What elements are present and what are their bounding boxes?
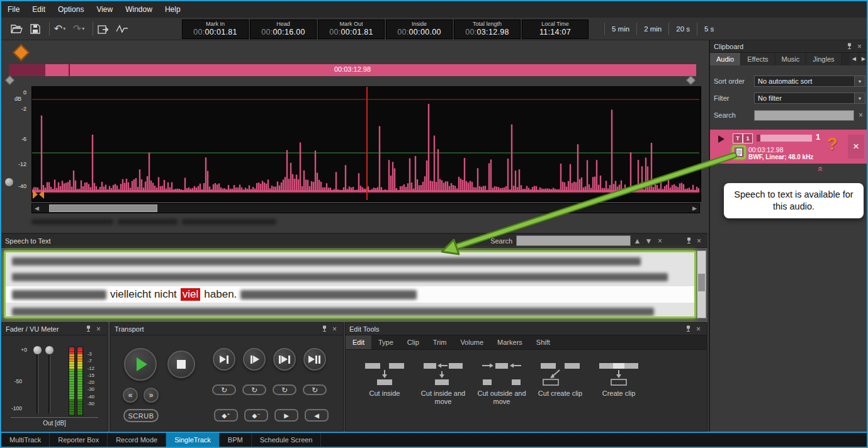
quick-time-2min[interactable]: 2 min [636, 23, 668, 35]
prelisten-question-icon[interactable]: ? [827, 133, 838, 155]
forward-button[interactable]: » [144, 388, 159, 403]
play-from-head-button[interactable] [243, 348, 266, 371]
tab-music[interactable]: Music [775, 53, 807, 65]
range-start-diamond[interactable] [5, 76, 15, 86]
scroll-right-arrow[interactable]: ▶ [690, 204, 699, 213]
pin-icon[interactable] [85, 325, 92, 332]
pin-icon[interactable] [321, 325, 328, 332]
speech-scrollbar[interactable] [697, 250, 706, 318]
tab-record-mode[interactable]: Record Mode [108, 433, 166, 448]
signal-edit-icon[interactable] [115, 21, 130, 36]
search-next-icon[interactable]: ▼ [644, 237, 653, 245]
menu-options[interactable]: Options [52, 1, 90, 18]
redo-icon[interactable]: ↷▾ [71, 21, 86, 36]
stop-button[interactable] [167, 350, 195, 378]
range-end-diamond[interactable] [686, 76, 696, 86]
scroll-left-arrow[interactable]: ◀ [32, 204, 42, 213]
fader-track-right[interactable] [48, 349, 50, 413]
tab-type[interactable]: Type [371, 335, 400, 349]
tabs-scroll-left-icon[interactable]: ◀ [850, 53, 859, 65]
tab-schedule-screen[interactable]: Schedule Screen [252, 433, 322, 448]
scrollbar-thumb[interactable] [49, 204, 157, 212]
tab-singletrack[interactable]: SingleTrack [166, 433, 220, 448]
tab-clip[interactable]: Clip [400, 335, 426, 349]
play-button[interactable] [124, 348, 157, 381]
item-play-icon[interactable] [718, 135, 724, 143]
undo-icon[interactable]: ↶▾ [52, 21, 67, 36]
search-prev-icon[interactable]: ▲ [633, 237, 642, 245]
speed-bowtie-icon[interactable] [33, 190, 44, 199]
open-folder-icon[interactable] [9, 21, 24, 36]
close-panel-icon[interactable]: × [855, 42, 864, 51]
item-delete-button[interactable]: × [848, 135, 864, 159]
loop-all-button[interactable]: ↻ [303, 384, 327, 395]
play-selection-button[interactable] [273, 348, 296, 371]
loop-from-head-button[interactable]: ↻ [242, 384, 266, 395]
position-marker-diamond[interactable] [13, 44, 30, 61]
left-level-knob[interactable] [4, 177, 14, 187]
tab-audio[interactable]: Audio [710, 53, 741, 65]
remove-marker-button[interactable]: ◆⁻ [244, 409, 268, 422]
search-clear-icon[interactable]: × [655, 237, 665, 245]
cut-inside-tool[interactable]: Cut inside [356, 359, 414, 406]
create-clip-tool[interactable]: Create clip [590, 359, 648, 406]
fader-knob-left[interactable] [33, 345, 42, 355]
clipboard-search-input[interactable] [754, 110, 854, 121]
menu-view[interactable]: View [90, 1, 119, 18]
speech-search-input[interactable] [516, 235, 631, 246]
close-panel-icon[interactable]: × [694, 325, 703, 333]
export-icon[interactable] [96, 21, 111, 36]
clipboard-search-clear-icon[interactable]: × [856, 111, 865, 120]
waveform-display[interactable] [31, 86, 701, 202]
scrollbar-track[interactable] [42, 204, 690, 213]
fader-knob-right[interactable] [45, 345, 54, 355]
speech-text-area[interactable]: vielleicht nicht viel haben. [4, 250, 696, 318]
speech-to-text-doc-icon[interactable] [732, 145, 746, 159]
next-marker-button[interactable]: ▶ [274, 409, 298, 422]
menu-edit[interactable]: Edit [26, 1, 52, 18]
play-to-end-button[interactable] [213, 348, 235, 371]
tab-edit[interactable]: Edit [346, 335, 371, 349]
search-hit-highlight[interactable]: viel [181, 288, 201, 301]
quick-time-20s[interactable]: 20 s [668, 23, 697, 35]
menu-file[interactable]: File [1, 1, 26, 18]
pin-icon[interactable] [846, 43, 853, 50]
pin-icon[interactable] [685, 325, 692, 332]
rewind-button[interactable]: « [123, 388, 138, 403]
tab-effects[interactable]: Effects [741, 53, 775, 65]
collapse-chevrons-icon[interactable]: « [816, 166, 826, 171]
speech-scrollbar-thumb[interactable] [698, 274, 705, 291]
tab-reporter-box[interactable]: Reporter Box [50, 433, 108, 448]
tab-jingles[interactable]: Jingles [806, 53, 841, 65]
tabs-scroll-right-icon[interactable]: ▶ [859, 53, 868, 65]
clipboard-audio-item[interactable]: T 1 1 00:03:12.98 BWF, Linear; 48.0 kHz … [710, 130, 868, 164]
tab-bpm[interactable]: BPM [220, 433, 252, 448]
tab-shift[interactable]: Shift [529, 335, 557, 349]
fader-track-left[interactable] [37, 349, 38, 413]
menu-help[interactable]: Help [159, 1, 187, 18]
quick-time-5min[interactable]: 5 min [604, 23, 636, 35]
close-panel-icon[interactable]: × [694, 237, 704, 245]
overview-bar[interactable]: 00:03:12.98 [9, 64, 696, 76]
cut-inside-move-tool[interactable]: Cut inside and move [414, 359, 472, 406]
close-panel-icon[interactable]: × [94, 325, 103, 333]
menu-window[interactable]: Window [119, 1, 159, 18]
tab-trim[interactable]: Trim [426, 335, 454, 349]
play-pause-button[interactable] [303, 348, 326, 371]
scrub-button[interactable]: SCRUB [123, 409, 159, 422]
cut-outside-move-tool[interactable]: Cut outside and move [473, 359, 531, 406]
loop-to-end-button[interactable]: ↻ [212, 384, 236, 395]
tab-volume[interactable]: Volume [453, 335, 490, 349]
save-icon[interactable] [28, 21, 43, 36]
waveform-scrollbar[interactable]: ◀ ▶ [31, 203, 700, 213]
filter-dropdown[interactable]: No filter▼ [754, 92, 865, 104]
loop-selection-button[interactable]: ↻ [273, 384, 296, 395]
tab-multitrack[interactable]: MultiTrack [1, 433, 50, 448]
add-marker-button[interactable]: ◆⁺ [214, 409, 238, 422]
close-panel-icon[interactable]: × [330, 325, 339, 333]
sort-order-dropdown[interactable]: No automatic sort▼ [754, 76, 865, 87]
transcript-visible-line[interactable]: vielleicht nicht viel haben. [6, 286, 694, 303]
tab-markers[interactable]: Markers [490, 335, 529, 349]
quick-time-5s[interactable]: 5 s [697, 23, 721, 35]
cut-create-clip-tool[interactable]: Cut create clip [531, 359, 589, 406]
